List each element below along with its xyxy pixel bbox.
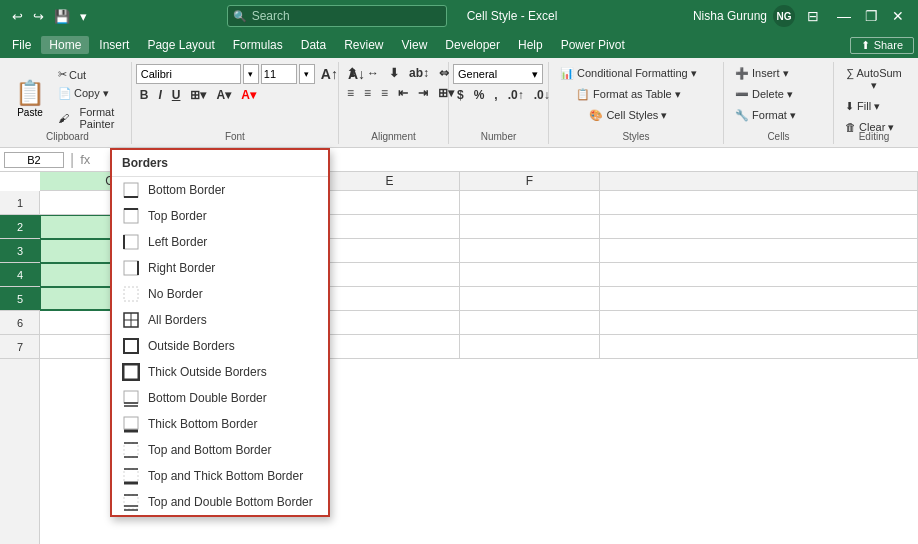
close-button[interactable]: ✕ (886, 6, 910, 26)
text-orient-btn[interactable]: ab↕ (405, 64, 433, 82)
redo-button[interactable]: ↪ (29, 7, 48, 26)
border-item-all[interactable]: All Borders (112, 307, 328, 333)
align-bottom-btn[interactable]: ⬇ (385, 64, 403, 82)
cell-e4[interactable] (320, 263, 460, 287)
font-color-button[interactable]: A▾ (237, 86, 260, 104)
row-header-1[interactable]: 1 (0, 191, 40, 215)
menu-view[interactable]: View (394, 36, 436, 54)
font-name-dropdown[interactable]: ▾ (243, 64, 259, 84)
row-header-6[interactable]: 6 (0, 311, 40, 335)
autosum-btn[interactable]: ∑ AutoSum ▾ (838, 64, 910, 95)
border-item-right[interactable]: Right Border (112, 255, 328, 281)
cell-f2[interactable] (460, 215, 600, 239)
menu-help[interactable]: Help (510, 36, 551, 54)
menu-power-pivot[interactable]: Power Pivot (553, 36, 633, 54)
align-right-btn[interactable]: ≡ (377, 84, 392, 102)
font-size-input[interactable] (261, 64, 297, 84)
menu-file[interactable]: File (4, 36, 39, 54)
conditional-formatting-btn[interactable]: 📊 Conditional Formatting ▾ (553, 64, 704, 83)
restore-button[interactable]: ❐ (859, 6, 884, 26)
increase-indent-btn[interactable]: ⇥ (414, 84, 432, 102)
col-header-f[interactable]: F (460, 172, 600, 190)
font-row2: B I U ⊞▾ A▾ A▾ (136, 86, 260, 104)
border-item-top[interactable]: Top Border (112, 203, 328, 229)
cell-e2[interactable] (320, 215, 460, 239)
format-btn[interactable]: 🔧 Format ▾ (728, 106, 803, 125)
customize-button[interactable]: ▾ (76, 7, 91, 26)
fx-button[interactable]: fx (80, 152, 90, 167)
border-item-bottom-double[interactable]: Bottom Double Border (112, 385, 328, 411)
align-left-btn[interactable]: ≡ (343, 84, 358, 102)
border-item-thick-outside[interactable]: Thick Outside Borders (112, 359, 328, 385)
cell-f6[interactable] (460, 311, 600, 335)
menu-insert[interactable]: Insert (91, 36, 137, 54)
share-button[interactable]: ⬆Share (850, 37, 914, 54)
undo-button[interactable]: ↩ (8, 7, 27, 26)
increase-decimal-btn[interactable]: .0↑ (504, 86, 528, 104)
cell-f4[interactable] (460, 263, 600, 287)
menu-data[interactable]: Data (293, 36, 334, 54)
menu-formulas[interactable]: Formulas (225, 36, 291, 54)
cell-e7[interactable] (320, 335, 460, 359)
border-item-thick-bottom[interactable]: Thick Bottom Border (112, 411, 328, 437)
cell-e1[interactable] (320, 191, 460, 215)
clipboard-group: 📋 Paste ✂Cut 📄Copy ▾ 🖌Format Painter Cli… (4, 62, 132, 144)
cell-e5[interactable] (320, 287, 460, 311)
delete-btn[interactable]: ➖ Delete ▾ (728, 85, 803, 104)
user-avatar[interactable]: NG (773, 5, 795, 27)
number-format-dropdown[interactable]: General▾ (453, 64, 543, 84)
cell-reference-input[interactable]: B2 (4, 152, 64, 168)
row-header-4[interactable]: 4 (0, 263, 40, 287)
menu-home[interactable]: Home (41, 36, 89, 54)
row-header-2[interactable]: 2 (0, 215, 40, 239)
menu-developer[interactable]: Developer (437, 36, 508, 54)
paste-button[interactable]: 📋 Paste (8, 76, 52, 121)
align-center-btn[interactable]: ≡ (360, 84, 375, 102)
border-item-bottom[interactable]: Bottom Border (112, 177, 328, 203)
row-header-7[interactable]: 7 (0, 335, 40, 359)
border-button[interactable]: ⊞▾ (186, 86, 210, 104)
cell-f7[interactable] (460, 335, 600, 359)
svg-rect-4 (124, 235, 138, 249)
col-header-e[interactable]: E (320, 172, 460, 190)
percent-btn[interactable]: % (470, 86, 489, 104)
bold-button[interactable]: B (136, 86, 153, 104)
format-as-table-btn[interactable]: 📋 Format as Table ▾ (553, 85, 704, 104)
cut-button[interactable]: ✂Cut (54, 66, 127, 83)
border-item-left[interactable]: Left Border (112, 229, 328, 255)
copy-button[interactable]: 📄Copy ▾ (54, 85, 127, 102)
cell-f5[interactable] (460, 287, 600, 311)
cell-styles-btn[interactable]: 🎨 Cell Styles ▾ (553, 106, 704, 125)
ribbon-display-btn[interactable]: ⊟ (801, 6, 825, 26)
currency-btn[interactable]: $ (453, 86, 468, 104)
align-top-btn[interactable]: ⬆ (343, 64, 361, 82)
row-header-3[interactable]: 3 (0, 239, 40, 263)
italic-button[interactable]: I (154, 86, 165, 104)
minimize-button[interactable]: — (831, 6, 857, 26)
format-painter-button[interactable]: 🖌Format Painter (54, 104, 127, 132)
border-item-none[interactable]: No Border (112, 281, 328, 307)
fill-color-button[interactable]: A▾ (212, 86, 235, 104)
insert-btn[interactable]: ➕ Insert ▾ (728, 64, 803, 83)
search-input[interactable] (227, 5, 447, 27)
cell-f1[interactable] (460, 191, 600, 215)
border-item-outside[interactable]: Outside Borders (112, 333, 328, 359)
decrease-indent-btn[interactable]: ⇤ (394, 84, 412, 102)
menu-review[interactable]: Review (336, 36, 391, 54)
align-middle-btn[interactable]: ↔ (363, 64, 383, 82)
menu-page-layout[interactable]: Page Layout (139, 36, 222, 54)
cell-f3[interactable] (460, 239, 600, 263)
comma-btn[interactable]: , (490, 86, 501, 104)
underline-button[interactable]: U (168, 86, 185, 104)
row-header-5[interactable]: 5 (0, 287, 40, 311)
border-item-top-bottom[interactable]: Top and Bottom Border (112, 437, 328, 463)
cell-e6[interactable] (320, 311, 460, 335)
save-button[interactable]: 💾 (50, 7, 74, 26)
cell-e3[interactable] (320, 239, 460, 263)
border-item-top-thick-bottom[interactable]: Top and Thick Bottom Border (112, 463, 328, 489)
fill-btn[interactable]: ⬇ Fill ▾ (838, 97, 910, 116)
border-item-top-thick-bottom-label: Top and Thick Bottom Border (148, 469, 303, 483)
font-name-input[interactable] (136, 64, 241, 84)
border-item-top-double-bottom[interactable]: Top and Double Bottom Border (112, 489, 328, 515)
font-size-dropdown[interactable]: ▾ (299, 64, 315, 84)
